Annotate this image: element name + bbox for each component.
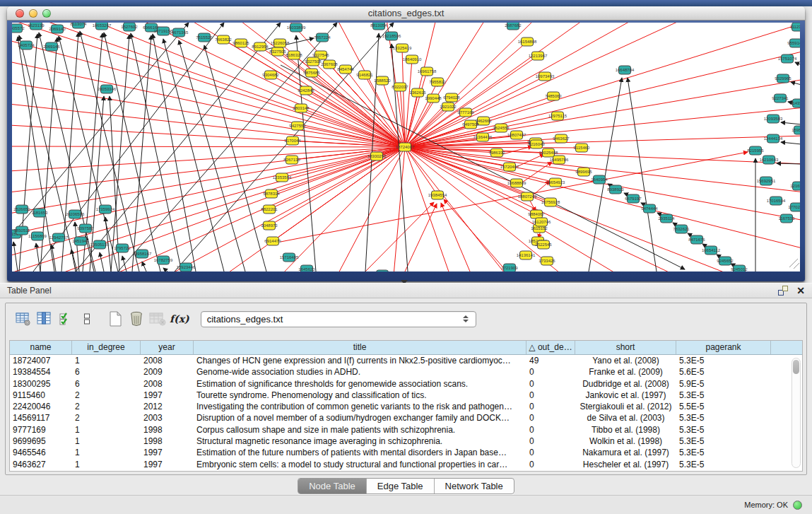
- graph-node[interactable]: 9146821: [356, 71, 373, 79]
- table-row[interactable]: 977716911998Corpus callosum shape and si…: [10, 424, 802, 436]
- graph-node[interactable]: 9427552: [289, 122, 306, 130]
- graph-node[interactable]: 2069140: [49, 25, 66, 33]
- new-column-icon[interactable]: [105, 309, 126, 329]
- citation-edge-black[interactable]: [781, 122, 800, 124]
- citation-edge-red[interactable]: [405, 204, 437, 271]
- graph-node[interactable]: 12093583: [764, 115, 783, 123]
- tab-node-table[interactable]: Node Table: [298, 479, 367, 493]
- graph-node[interactable]: 16648784: [616, 66, 635, 74]
- citation-edge-black[interactable]: [795, 62, 800, 65]
- scrollbar-thumb[interactable]: [793, 360, 799, 374]
- table-row[interactable]: 911546021997Tourette syndrome. Phenomeno…: [10, 390, 802, 401]
- graph-node[interactable]: 8938923: [607, 185, 624, 194]
- function-builder-icon[interactable]: f(x): [170, 313, 189, 325]
- citation-edge-red[interactable]: [12, 147, 405, 235]
- graph-node[interactable]: 8813054: [370, 23, 387, 30]
- graph-node[interactable]: 9329965: [775, 74, 792, 83]
- delete-table-icon[interactable]: [147, 309, 168, 329]
- graph-node[interactable]: 10654112: [702, 246, 721, 255]
- graph-node[interactable]: 1216542: [790, 182, 800, 190]
- graph-node[interactable]: 7485063: [545, 92, 562, 100]
- graph-node[interactable]: 1143529: [791, 99, 800, 107]
- graph-node[interactable]: 19218506: [382, 32, 401, 40]
- graph-node[interactable]: 9899695: [575, 168, 592, 176]
- graph-node[interactable]: 6794028: [443, 93, 460, 102]
- close-window-button[interactable]: [16, 9, 24, 18]
- column-header-in_degree[interactable]: in_degree: [72, 341, 141, 354]
- graph-node[interactable]: 13325419: [393, 44, 412, 52]
- graph-node[interactable]: 1645620: [298, 265, 315, 271]
- citation-edge-black[interactable]: [163, 268, 167, 271]
- graph-node[interactable]: 8267130: [283, 156, 300, 164]
- graph-node[interactable]: 15692951: [757, 177, 776, 185]
- graph-node[interactable]: 14136141: [517, 251, 536, 259]
- graph-node[interactable]: 9115460: [574, 144, 591, 152]
- citation-edge-black[interactable]: [791, 82, 800, 85]
- column-header-pagerank[interactable]: pagerank: [676, 341, 771, 354]
- graph-node[interactable]: 10653267: [93, 23, 112, 30]
- graph-node[interactable]: 13505135: [90, 240, 110, 249]
- citation-edge-red[interactable]: [12, 40, 405, 147]
- graph-node[interactable]: 1921022: [440, 103, 457, 111]
- graph-node[interactable]: 9397587: [77, 224, 94, 233]
- graph-node[interactable]: 12923446: [177, 263, 196, 271]
- graph-node[interactable]: 9463627: [553, 134, 570, 143]
- graph-node[interactable]: 6497508: [462, 120, 479, 129]
- graph-node[interactable]: 1795722: [114, 244, 131, 252]
- citation-edge-black[interactable]: [163, 39, 224, 271]
- citation-edge-red[interactable]: [365, 202, 434, 271]
- graph-node[interactable]: 1112304: [790, 23, 800, 31]
- column-header-short[interactable]: short: [575, 341, 676, 354]
- graph-node[interactable]: 2935114: [659, 214, 676, 223]
- graph-node[interactable]: 28053346: [98, 85, 117, 93]
- tab-edge-table[interactable]: Edge Table: [367, 479, 435, 493]
- graph-node[interactable]: 10688809: [507, 179, 526, 187]
- graph-node[interactable]: 8454749: [337, 65, 354, 74]
- column-header-name[interactable]: name: [10, 341, 72, 354]
- graph-node[interactable]: 6679197: [625, 194, 642, 203]
- graph-node[interactable]: 9327508: [305, 57, 322, 66]
- graph-node[interactable]: 8216049: [528, 140, 545, 148]
- graph-node[interactable]: 16154808: [518, 37, 537, 46]
- table-row[interactable]: 1872400712008Changes of HCN gene express…: [10, 355, 802, 366]
- graph-node[interactable]: 1640954: [591, 175, 608, 184]
- table-row[interactable]: 2242004622012Investigating the contribut…: [10, 401, 802, 412]
- table-row[interactable]: 946362711997Embryonic stem cells: a mode…: [10, 459, 802, 470]
- graph-node[interactable]: 2367608: [321, 60, 338, 69]
- graph-node[interactable]: 12444134: [764, 134, 783, 143]
- graph-node[interactable]: 8471676: [688, 235, 705, 244]
- graph-node[interactable]: 11156869: [28, 232, 47, 240]
- graph-node[interactable]: 17016504: [767, 197, 786, 205]
- graph-node[interactable]: 8322037: [392, 83, 408, 91]
- table-row[interactable]: 1456911722003Disruption of a novel membe…: [10, 412, 802, 424]
- citation-edge-red[interactable]: [12, 147, 405, 214]
- graph-node[interactable]: 1405572: [12, 24, 25, 33]
- citation-edge-red[interactable]: [444, 199, 507, 271]
- citation-edge-red[interactable]: [12, 147, 405, 271]
- graph-node[interactable]: 9245012: [731, 265, 748, 271]
- graph-node[interactable]: 1623139: [28, 23, 45, 30]
- graph-node[interactable]: 1362615: [409, 88, 426, 97]
- graph-node[interactable]: 2522545: [535, 240, 552, 249]
- citation-edge-black[interactable]: [100, 252, 104, 271]
- graph-node[interactable]: 9474444: [641, 204, 658, 213]
- graph-node[interactable]: 6914479: [264, 237, 281, 245]
- window-titlebar[interactable]: citations_edges.txt: [7, 6, 805, 21]
- table-settings-icon[interactable]: [13, 309, 34, 329]
- graph-node[interactable]: 1588520: [374, 76, 391, 85]
- table-row[interactable]: 946554611997Estimation of the future num…: [10, 447, 802, 458]
- citation-edge-black[interactable]: [179, 40, 245, 271]
- graph-node[interactable]: 8822201: [261, 205, 278, 214]
- graph-node[interactable]: 10807487: [507, 131, 526, 139]
- graph-node[interactable]: 20206506: [66, 210, 85, 218]
- citation-edge-red[interactable]: [405, 147, 800, 249]
- graph-node[interactable]: 2803144: [293, 104, 310, 112]
- graph-node[interactable]: 19384554: [428, 191, 447, 199]
- citation-edge-red[interactable]: [405, 51, 800, 147]
- citation-edge-black[interactable]: [12, 23, 189, 235]
- zoom-window-button[interactable]: [42, 9, 51, 18]
- graph-node[interactable]: 1770253: [788, 203, 800, 211]
- graph-node[interactable]: 1048973: [261, 221, 278, 230]
- graph-node[interactable]: 1167533: [779, 214, 796, 223]
- graph-node[interactable]: 1733426: [539, 257, 555, 265]
